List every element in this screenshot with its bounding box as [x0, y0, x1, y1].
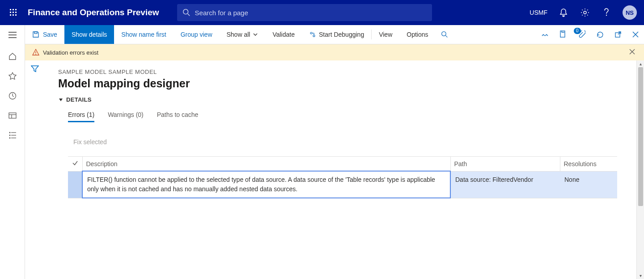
save-icon [32, 31, 39, 38]
scroll-up-arrow[interactable]: ▴ [640, 61, 642, 66]
show-details-button[interactable]: Show details [64, 25, 114, 44]
global-search[interactable] [177, 4, 432, 21]
validation-banner-text: Validation errors exist [43, 49, 98, 56]
options-button[interactable]: Options [399, 25, 435, 44]
tab-paths-to-cache[interactable]: Paths to cache [157, 111, 199, 122]
svg-line-30 [445, 35, 447, 37]
vertical-scrollbar[interactable]: ▴ ▾ [636, 60, 644, 279]
table-row[interactable]: FILTER() function cannot be applied to t… [68, 171, 617, 198]
search-input[interactable] [195, 9, 427, 17]
popout-icon[interactable] [609, 25, 627, 44]
notifications-icon[interactable] [558, 7, 569, 18]
filter-icon[interactable] [31, 65, 39, 279]
chevron-down-icon [253, 32, 258, 37]
favorites-icon[interactable] [0, 66, 25, 86]
debug-icon [309, 31, 316, 38]
scroll-down-arrow[interactable]: ▾ [640, 273, 642, 278]
details-tabs: Errors (1) Warnings (0) Paths to cache [68, 111, 644, 122]
check-icon [72, 160, 78, 166]
svg-rect-8 [15, 14, 17, 16]
command-bar: Save Show details Show name first Group … [25, 25, 644, 44]
svg-rect-7 [13, 14, 14, 16]
modules-icon[interactable] [0, 125, 25, 145]
svg-line-10 [187, 14, 190, 16]
errors-table: Description Path Resolutions FILTER() fu… [68, 156, 617, 198]
workspaces-icon[interactable] [0, 106, 25, 125]
attachments-badge: 0 [574, 28, 581, 34]
page-title: Model mapping designer [58, 77, 644, 90]
validate-button[interactable]: Validate [265, 25, 302, 44]
show-all-label: Show all [227, 31, 250, 38]
left-nav-rail [0, 25, 25, 279]
show-all-dropdown[interactable]: Show all [220, 25, 266, 44]
svg-point-9 [183, 9, 188, 14]
svg-point-20 [9, 132, 10, 133]
hamburger-icon[interactable] [0, 25, 25, 45]
svg-rect-17 [9, 113, 16, 118]
svg-rect-2 [15, 9, 17, 10]
select-all-header[interactable] [68, 157, 82, 171]
group-view-button[interactable]: Group view [174, 25, 220, 44]
svg-point-22 [9, 135, 10, 136]
banner-close-icon[interactable] [629, 49, 639, 56]
tab-warnings[interactable]: Warnings (0) [108, 111, 144, 122]
warning-icon [32, 49, 39, 56]
validation-banner: Validation errors exist [25, 44, 644, 60]
svg-rect-26 [34, 32, 37, 34]
row-select[interactable] [68, 171, 82, 198]
app-launcher-icon[interactable] [7, 6, 20, 19]
recent-icon[interactable] [0, 86, 25, 106]
save-label: Save [43, 31, 57, 38]
svg-point-12 [606, 15, 607, 16]
page-options-icon[interactable] [554, 25, 572, 44]
svg-point-36 [35, 54, 36, 55]
svg-point-29 [441, 32, 446, 36]
svg-point-11 [584, 11, 586, 14]
avatar[interactable]: NS [623, 5, 637, 20]
svg-rect-4 [13, 12, 14, 13]
personalize-icon[interactable] [536, 25, 554, 44]
tab-errors[interactable]: Errors (1) [68, 111, 94, 122]
attachments-icon[interactable]: 0 [572, 25, 591, 44]
svg-rect-3 [10, 12, 11, 13]
find-icon[interactable] [436, 25, 453, 44]
start-debugging-button[interactable]: Start Debugging [302, 25, 371, 44]
svg-rect-5 [15, 12, 17, 13]
close-page-icon[interactable] [627, 25, 644, 44]
svg-point-27 [310, 32, 312, 34]
svg-rect-31 [560, 31, 565, 37]
cell-path: Data source: FilteredVendor [450, 171, 560, 198]
cell-description[interactable]: FILTER() function cannot be applied to t… [82, 171, 450, 198]
details-header[interactable]: DETAILS [58, 96, 644, 103]
svg-point-24 [9, 137, 10, 139]
global-header: Finance and Operations Preview USMF NS [0, 0, 644, 25]
col-resolutions[interactable]: Resolutions [560, 157, 617, 171]
start-debugging-label: Start Debugging [319, 31, 364, 38]
help-icon[interactable] [601, 7, 612, 18]
svg-rect-1 [13, 9, 14, 10]
refresh-icon[interactable] [591, 25, 609, 44]
cell-resolutions: None [560, 171, 617, 198]
view-button[interactable]: View [372, 25, 399, 44]
header-right: USMF NS [530, 5, 637, 20]
show-name-first-button[interactable]: Show name first [114, 25, 173, 44]
search-icon [182, 9, 191, 17]
collapse-icon [58, 97, 64, 103]
col-description[interactable]: Description [82, 157, 450, 171]
fix-selected-button: Fix selected [73, 138, 644, 146]
breadcrumb: SAMPLE MODEL SAMPLE MODEL [58, 69, 644, 75]
col-path[interactable]: Path [450, 157, 560, 171]
company-label[interactable]: USMF [530, 9, 547, 16]
home-icon[interactable] [0, 47, 25, 66]
details-label: DETAILS [66, 96, 92, 103]
svg-point-28 [313, 35, 315, 37]
svg-rect-6 [10, 14, 11, 16]
scrollbar-thumb[interactable] [638, 67, 643, 206]
filter-rail [25, 60, 45, 279]
save-button[interactable]: Save [25, 25, 64, 44]
svg-rect-0 [10, 9, 11, 10]
settings-icon[interactable] [580, 7, 590, 18]
app-title: Finance and Operations Preview [28, 8, 159, 17]
